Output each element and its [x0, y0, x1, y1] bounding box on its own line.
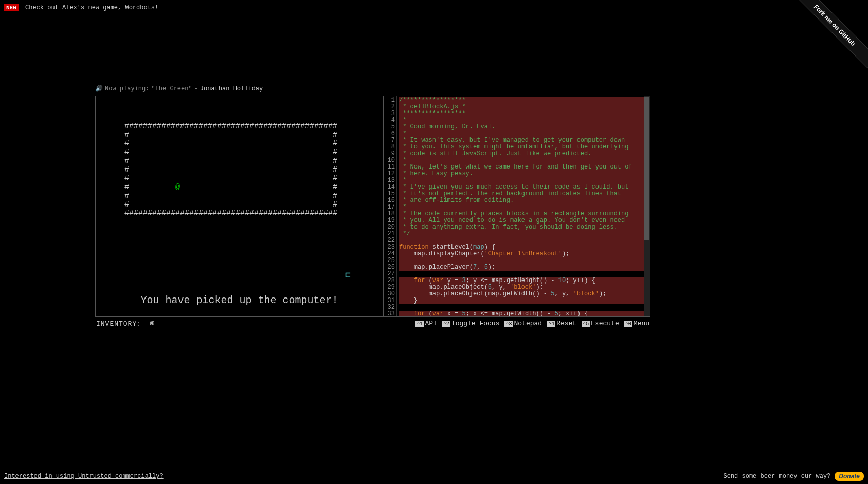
- editor-pane[interactable]: 1234567891011121314151617181920212223242…: [384, 96, 650, 316]
- code-line: map.displayChapter('Chapter 1\nBreakout'…: [399, 251, 648, 257]
- github-ribbon[interactable]: Fork me on GitHub: [791, 0, 868, 77]
- api-button[interactable]: ^1API: [415, 320, 437, 327]
- footer-left: Interested in using Untrusted commercial…: [4, 473, 164, 480]
- donate-button[interactable]: Donate: [835, 472, 864, 481]
- game-message: You have picked up the computer!: [96, 296, 383, 305]
- now-playing: 🔊 Now playing: "The Green" - Jonathan Ho…: [95, 85, 650, 92]
- execute-button[interactable]: ^5Execute: [582, 320, 619, 327]
- commercial-link[interactable]: Interested in using Untrusted commercial…: [4, 473, 164, 480]
- notepad-button[interactable]: ^3Notepad: [504, 320, 542, 327]
- now-playing-prefix: Now playing:: [105, 85, 149, 92]
- inventory: INVENTORY: ⌘: [96, 319, 154, 328]
- github-ribbon-label: Fork me on GitHub: [791, 0, 868, 68]
- menu-button[interactable]: ^0Menu: [624, 320, 649, 327]
- now-playing-sep: -: [194, 85, 198, 92]
- toggle-focus-button[interactable]: ^2Toggle Focus: [442, 320, 500, 327]
- code-line: * to do anything extra. In fact, you sho…: [399, 224, 648, 231]
- scrollbar-thumb[interactable]: [644, 97, 649, 240]
- code-line: * code is still JavaScript. Just like we…: [399, 151, 648, 157]
- code-line: map.placeObject(map.getWidth() - 5, y, '…: [399, 291, 648, 297]
- code-line: * are off-limits from editing.: [399, 197, 648, 204]
- bottom-bar: INVENTORY: ⌘ ^1API ^2Toggle Focus ^3Note…: [95, 317, 650, 330]
- new-badge: NEW: [4, 4, 19, 11]
- code-line: */: [399, 231, 648, 237]
- game-map: ########################################…: [124, 122, 337, 218]
- footer-right: Send some beer money our way? Donate: [723, 472, 864, 481]
- code-area[interactable]: /***************** * cellBlockA.js * ***…: [397, 96, 650, 316]
- execute-key: ^5: [582, 321, 590, 327]
- main-area: 🔊 Now playing: "The Green" - Jonathan Ho…: [95, 85, 650, 330]
- line-gutter: 1234567891011121314151617181920212223242…: [384, 96, 397, 316]
- menu-key: ^0: [624, 321, 632, 327]
- api-key: ^1: [415, 321, 424, 327]
- donate-text: Send some beer money our way?: [723, 473, 830, 480]
- sound-icon[interactable]: 🔊: [95, 85, 103, 92]
- code-line: map.placePlayer(7, 5);: [399, 264, 648, 271]
- exit-glyph: ⊏: [345, 271, 351, 280]
- reset-button[interactable]: ^4Reset: [547, 320, 576, 327]
- code-line: }: [399, 297, 648, 304]
- notepad-key: ^3: [504, 321, 513, 327]
- focus-key: ^2: [442, 321, 450, 327]
- code-line: for (var x = 5; x <= map.getWidth() - 5;…: [399, 311, 648, 316]
- game-pane[interactable]: ########################################…: [96, 96, 384, 316]
- toolbar: ^1API ^2Toggle Focus ^3Notepad ^4Reset ^…: [415, 320, 649, 327]
- reset-key: ^4: [547, 321, 555, 327]
- code-line: * here. Easy peasy.: [399, 171, 648, 177]
- banner-text-after: !: [155, 4, 158, 11]
- code-line: * Good morning, Dr. Eval.: [399, 124, 648, 131]
- panes: ########################################…: [95, 96, 650, 317]
- editor-scrollbar[interactable]: [644, 96, 650, 316]
- wordbots-link[interactable]: Wordbots: [125, 4, 155, 11]
- inventory-label: INVENTORY:: [96, 320, 141, 328]
- now-playing-artist: Jonathan Holliday: [200, 85, 263, 92]
- banner-text-before: Check out Alex's new game,: [25, 4, 125, 11]
- code-line: *****************: [399, 110, 648, 117]
- now-playing-track: "The Green": [151, 85, 192, 92]
- inventory-item-computer[interactable]: ⌘: [150, 320, 154, 328]
- top-banner: NEW Check out Alex's new game, Wordbots!: [4, 4, 158, 11]
